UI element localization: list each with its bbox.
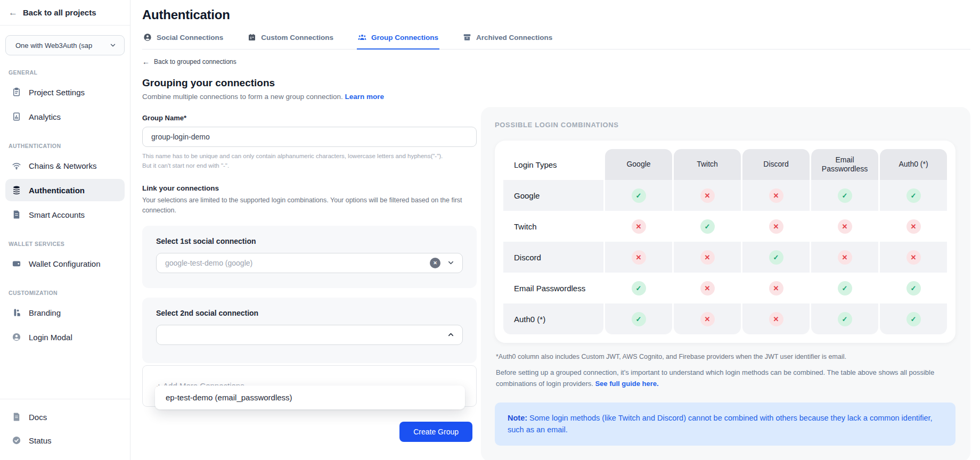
arrow-left-icon: ←: [9, 7, 18, 18]
sidebar-item-chains-networks[interactable]: Chains & Networks: [5, 154, 125, 177]
note-text: Some login methods (like Twitch and Disc…: [508, 414, 933, 434]
sidebar-item-label: Analytics: [29, 112, 61, 121]
form-heading: Grouping your connections: [142, 77, 477, 89]
sidebar-item-label: Docs: [29, 413, 47, 422]
column-header: Email Passwordless: [811, 149, 878, 180]
combination-badge: [907, 219, 921, 234]
sidebar-item-analytics[interactable]: Analytics: [5, 105, 125, 128]
sidebar-item-authentication[interactable]: Authentication: [5, 179, 125, 201]
table-cell: [811, 303, 878, 334]
combination-badge: [769, 250, 783, 265]
dropdown-option-ep-test-demo[interactable]: ep-test-demo (email_passwordless): [155, 385, 465, 409]
connection-dropdown-menu: ep-test-demo (email_passwordless): [155, 385, 465, 409]
sidebar-section-general: GENERAL: [9, 69, 121, 76]
see-full-guide-link[interactable]: See full guide here.: [595, 380, 658, 388]
table-cell: [880, 242, 947, 273]
tab-group-connections[interactable]: Group Connections: [357, 33, 439, 50]
tab-social-connections[interactable]: Social Connections: [142, 33, 224, 50]
sidebar-item-label: Project Settings: [29, 88, 85, 97]
table-cell: [811, 242, 878, 273]
row-label: Discord: [503, 242, 603, 273]
sidebar-section-wallet-services: WALLET SERVICES: [9, 241, 121, 247]
row-label: Email Passwordless: [503, 273, 603, 303]
combinations-table: Login Types Google Twitch Discord Email …: [503, 149, 947, 334]
form-actions: Create Group: [142, 422, 477, 442]
combination-badge: [838, 188, 852, 203]
project-selector[interactable]: One with Web3Auth (sap: [5, 35, 125, 55]
tab-archived-connections[interactable]: Archived Connections: [462, 33, 553, 50]
combination-badge: [632, 312, 646, 326]
link-connections-heading: Link your connections: [142, 184, 477, 192]
clear-selection-icon[interactable]: ✕: [430, 258, 440, 268]
sidebar-item-wallet-configuration[interactable]: Wallet Configuration: [5, 252, 125, 275]
combination-badge: [769, 188, 783, 203]
chevron-down-icon: [108, 40, 118, 50]
table-cell: [674, 180, 741, 211]
select-second-connection-label: Select 2nd social connection: [156, 309, 463, 317]
panel-description-text: Before setting up a grouped connection, …: [496, 368, 934, 388]
main-area: Authentication Social Connections Custom…: [130, 0, 980, 460]
learn-more-link[interactable]: Learn more: [345, 93, 384, 101]
people-group-icon: [358, 33, 366, 42]
auth0-footnote: *Auth0 column also includes Custom JWT, …: [495, 353, 956, 360]
sidebar-item-smart-accounts[interactable]: Smart Accounts: [5, 203, 125, 226]
table-cell: [811, 180, 878, 211]
row-label: Auth0 (*): [503, 303, 603, 334]
table-cell: [674, 242, 741, 273]
combination-badge: [838, 281, 852, 295]
table-cell: [742, 180, 810, 211]
group-name-input[interactable]: [142, 127, 477, 147]
sidebar-item-status[interactable]: Status: [5, 429, 125, 451]
app-window: ← Back to all projects One with Web3Auth…: [0, 0, 980, 460]
tab-label: Custom Connections: [261, 34, 333, 42]
create-group-button[interactable]: Create Group: [399, 422, 472, 442]
note-label: Note:: [508, 414, 527, 422]
group-form: ← Back to grouped connections Grouping y…: [142, 50, 477, 442]
chevron-up-icon: [447, 331, 455, 339]
column-header: Google: [605, 149, 672, 180]
combination-badge: [700, 281, 715, 295]
combination-badge: [632, 219, 646, 234]
combination-badge: [700, 219, 715, 234]
second-connection-card: Select 2nd social connection: [142, 298, 477, 363]
link-connections-description: Your selections are limited to the suppo…: [142, 195, 477, 216]
group-name-help-line1: This name has to be unique and can only …: [142, 153, 443, 159]
sidebar-item-label: Branding: [29, 308, 61, 317]
tab-bar: Social Connections Custom Connections Gr…: [142, 33, 970, 50]
combination-badge: [700, 188, 715, 203]
combination-badge: [907, 281, 921, 295]
table-cell: [605, 242, 672, 273]
project-selector-value: One with Web3Auth (sap: [15, 42, 108, 50]
sidebar-item-docs[interactable]: Docs: [5, 406, 125, 428]
table-cell: [605, 211, 672, 242]
table-cell: [811, 211, 878, 242]
sidebar-item-login-modal[interactable]: Login Modal: [5, 326, 125, 348]
back-to-grouped-connections-link[interactable]: ← Back to grouped connections: [142, 58, 477, 66]
combination-badge: [838, 312, 852, 326]
sidebar-item-project-settings[interactable]: Project Settings: [5, 81, 125, 103]
sidebar-item-label: Status: [29, 436, 52, 445]
wallet-icon: [12, 259, 21, 268]
back-to-all-projects-link[interactable]: ← Back to all projects: [0, 0, 130, 26]
sidebar-item-label: Login Modal: [29, 333, 72, 342]
combinations-card: Login Types Google Twitch Discord Email …: [495, 141, 956, 343]
database-icon: [12, 185, 21, 195]
sidebar-item-label: Wallet Configuration: [29, 259, 101, 268]
tab-custom-connections[interactable]: Custom Connections: [247, 33, 334, 50]
content-row: ← Back to grouped connections Grouping y…: [142, 50, 970, 460]
sidebar-item-branding[interactable]: Branding: [5, 301, 125, 324]
combination-badge: [838, 219, 852, 234]
chevron-down-icon: [447, 259, 455, 267]
archive-box-icon: [463, 33, 471, 42]
sidebar-item-label: Authentication: [29, 186, 85, 195]
column-header: Discord: [742, 149, 810, 180]
combination-badge: [632, 281, 646, 295]
form-subheading: Combine multiple connections to form a n…: [142, 93, 477, 101]
combination-badge: [907, 188, 921, 203]
first-connection-select[interactable]: google-test-demo (google) ✕: [156, 253, 463, 273]
combination-badge: [907, 250, 921, 265]
sidebar-section-customization: CUSTOMIZATION: [9, 290, 121, 296]
second-connection-select[interactable]: [156, 325, 463, 345]
sidebar-section-authentication: AUTHENTICATION: [9, 143, 121, 149]
user-circle-icon: [12, 332, 21, 342]
